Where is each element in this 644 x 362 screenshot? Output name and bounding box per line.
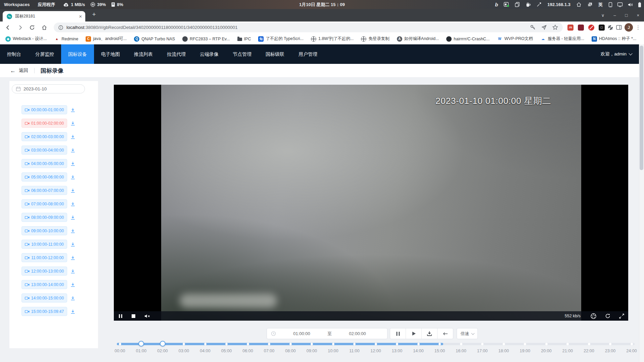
browser-menu-icon[interactable]: ⋮ (636, 25, 641, 31)
record-download-button[interactable] (69, 133, 77, 140)
time-range-input[interactable]: 01:00:00 至 02:00:00 (267, 328, 387, 339)
record-clip-button[interactable]: 13:00:00-14:00:00 (21, 280, 67, 289)
back-button[interactable]: ← 返回 (10, 68, 28, 74)
record-download-button[interactable] (69, 214, 77, 221)
bing-icon[interactable]: b (495, 2, 498, 7)
bookmark-item[interactable]: RFC2833 – RTP Ev... (182, 36, 230, 42)
record-clip-button[interactable]: 04:00:00-05:00:00 (21, 159, 67, 168)
blocker-extension-icon[interactable] (588, 25, 594, 31)
bookmark-item[interactable]: 知了不起的 TypeScri... (258, 36, 304, 42)
timeline-handle[interactable] (160, 341, 166, 347)
record-download-button[interactable] (69, 147, 77, 154)
display-icon[interactable] (617, 2, 623, 7)
player-pause-icon[interactable] (119, 314, 123, 318)
bookmark-item[interactable]: hairrrrr/C-CrashC... (446, 36, 490, 42)
record-clip-button[interactable]: 05:00:00-06:00:00 (21, 172, 67, 182)
record-clip-button[interactable]: 12:00:00-13:00:00 (21, 267, 67, 276)
share-icon[interactable] (541, 25, 547, 30)
home-icon[interactable] (576, 2, 582, 7)
bookmark-item[interactable]: QQNAP Turbo NAS (134, 36, 175, 42)
workspaces-button[interactable]: Workspaces (4, 2, 30, 7)
player-refresh-icon[interactable] (605, 313, 610, 319)
site-info-icon[interactable] (58, 25, 63, 30)
phone-icon[interactable] (608, 2, 612, 7)
nav-tab-8[interactable]: 国标级联 (259, 44, 291, 64)
window-maximize-icon[interactable]: □ (625, 13, 628, 18)
record-download-button[interactable] (69, 268, 77, 275)
range-end-time[interactable]: 02:00:00 (332, 331, 383, 336)
nav-tab-6[interactable]: 云端录像 (193, 44, 226, 64)
record-clip-button[interactable]: 03:00:00-04:00:00 (21, 146, 67, 155)
window-close-icon[interactable]: × (637, 13, 639, 18)
bookmark-item[interactable]: ◆Webstack - 设计... (5, 36, 47, 42)
record-clip-button[interactable]: 01:00:00-02:00:00 (21, 119, 67, 128)
ip-address[interactable]: 192.168.1.3 (547, 2, 570, 7)
record-clip-button[interactable]: 08:00:00-09:00:00 (21, 213, 67, 222)
back-icon[interactable] (3, 23, 13, 32)
bookmark-item[interactable]: Cjava、android可... (86, 36, 127, 42)
timeline-handle[interactable] (138, 341, 144, 347)
fullscreen-icon[interactable] (619, 314, 624, 319)
nav-tab-4[interactable]: 推流列表 (127, 44, 160, 64)
record-clip-button[interactable]: 10:00:00-11:00:00 (21, 240, 67, 249)
nav-tab-7[interactable]: 节点管理 (226, 44, 259, 64)
bookmark-item[interactable]: A如何编译Android... (397, 36, 439, 42)
applications-menu[interactable]: 应用程序 (38, 2, 55, 8)
js-extension-icon[interactable]: JS (567, 25, 573, 31)
side-panel-icon[interactable] (616, 25, 622, 30)
color-picker-icon[interactable] (537, 2, 542, 7)
password-key-icon[interactable] (530, 25, 536, 30)
bookmark-item[interactable]: 1.8W字|了不起的... (311, 36, 354, 42)
record-clip-button[interactable]: 11:00:00-12:00:00 (21, 253, 67, 262)
record-clip-button[interactable]: 00:00:00-01:00:00 (21, 105, 67, 114)
input-method-indicator[interactable]: 英 (598, 2, 603, 8)
forward-icon[interactable] (15, 23, 25, 32)
profile-avatar[interactable]: J (625, 23, 633, 32)
wine-extension-icon[interactable] (578, 25, 584, 31)
record-clip-button[interactable]: 14:00:00-15:00:00 (21, 293, 67, 303)
browser-tab[interactable]: 国标28181 × (3, 11, 85, 22)
record-download-button[interactable] (69, 120, 77, 127)
date-picker-input[interactable]: 2023-01-10 (12, 84, 85, 93)
video-player[interactable]: 2023-01-10 01:00:00 星期二 552 kb/s (114, 85, 628, 321)
bookmark-item[interactable]: ☁服务器 - 轻量应用... (540, 36, 584, 42)
bookmark-item[interactable]: 免登录复制 (361, 36, 389, 42)
system-clock[interactable]: 1月10日 星期二 15：09 (299, 0, 345, 9)
nav-tab-2[interactable]: 国标设备 (61, 44, 94, 64)
extensions-puzzle-icon[interactable] (607, 25, 613, 31)
record-download-button[interactable] (69, 241, 77, 248)
screenshot-extension-icon[interactable]: ▢ (599, 25, 605, 31)
nav-tab-9[interactable]: 用户管理 (291, 44, 324, 64)
record-download-button[interactable] (69, 281, 77, 288)
record-download-button[interactable] (69, 308, 77, 315)
record-download-button[interactable] (69, 106, 77, 114)
new-tab-button[interactable]: + (89, 10, 99, 19)
nav-tab-1[interactable]: 分屏监控 (28, 44, 61, 64)
record-download-button[interactable] (69, 227, 77, 235)
record-clip-button[interactable]: 02:00:00-03:00:00 (21, 132, 67, 141)
reload-icon[interactable] (28, 23, 37, 32)
clipboard-icon[interactable] (515, 2, 520, 7)
snapshot-aperture-icon[interactable] (591, 313, 596, 319)
bookmark-item[interactable]: WWVP-PRO文档 (497, 36, 533, 42)
nav-tab-3[interactable]: 电子地图 (94, 44, 127, 64)
record-download-button[interactable] (69, 294, 77, 302)
window-minimize-icon[interactable]: – (613, 13, 616, 18)
bookmark-star-icon[interactable] (552, 25, 558, 30)
record-download-button[interactable] (69, 254, 77, 262)
home-icon[interactable] (40, 23, 49, 32)
coffee-icon[interactable] (525, 2, 531, 7)
address-bar[interactable]: localhost:38080/#/gbRecordDetail/3402000… (54, 23, 563, 32)
user-menu[interactable]: 欢迎，admin (601, 44, 632, 64)
battery-icon[interactable] (638, 2, 641, 7)
record-download-button[interactable] (69, 187, 77, 194)
seek-back-button[interactable] (438, 328, 453, 339)
player-stop-icon[interactable] (132, 314, 135, 318)
record-clip-button[interactable]: 09:00:00-10:00:00 (21, 226, 67, 235)
nav-tab-0[interactable]: 控制台 (0, 44, 28, 64)
record-download-button[interactable] (69, 200, 77, 208)
record-clip-button[interactable]: 06:00:00-07:00:00 (21, 186, 67, 195)
player-mute-icon[interactable] (144, 314, 150, 318)
window-stack-icon[interactable] (587, 2, 593, 7)
record-download-button[interactable] (69, 173, 77, 181)
